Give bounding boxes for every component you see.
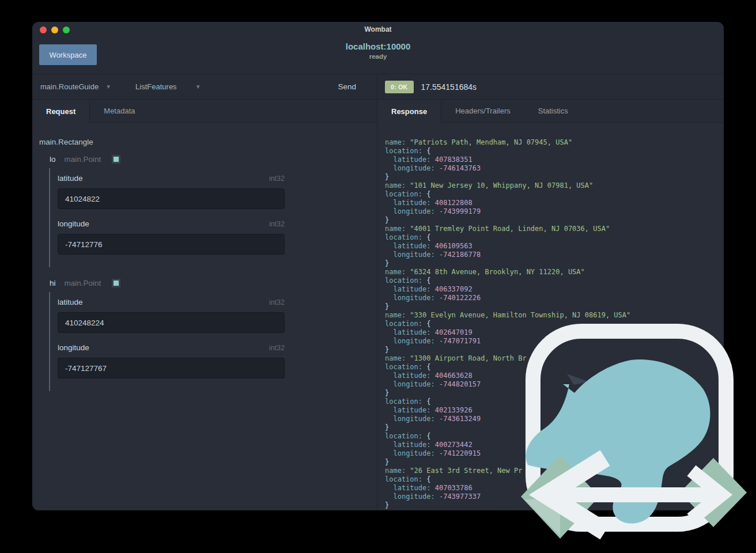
response-line: location: { [385,432,724,441]
enable-checkbox[interactable] [112,279,120,287]
request-tabbar: RequestMetadata [32,100,377,123]
field-label-row: longitudeint32 [58,219,285,228]
response-line: } [385,346,724,354]
response-line: location: { [385,147,724,156]
response-line: } [385,259,724,268]
field-input[interactable]: -74712776 [58,234,285,255]
field-label-row: longitudeint32 [58,343,285,352]
response-line: location: { [385,475,724,484]
field-longitude: longitudeint32-747127767 [58,343,285,378]
method-select[interactable]: ListFeatures ▼ [135,82,201,91]
response-line: } [385,216,724,225]
response-line: longitude: -740122226 [385,294,724,302]
response-line: longitude: -743613249 [385,415,724,423]
form-group-lo: lomain.Pointlatitudeint3241024822longitu… [50,155,377,267]
request-duration: 17.554151684s [421,82,477,92]
field-label: latitude [58,174,83,183]
tab-metadata[interactable]: Metadata [90,100,149,122]
connection-info: localhost:10000 ready [32,41,724,60]
field-input[interactable]: 41024822 [58,188,285,209]
response-line: location: { [385,363,724,372]
field-wire-type: int32 [269,344,285,352]
field-name: lo [50,155,56,164]
tab-headers-trailers[interactable]: Headers/Trailers [441,100,524,122]
response-line: longitude: -747071791 [385,337,724,346]
request-form: main.Rectangle lomain.Pointlatitudeint32… [32,123,377,510]
status-badge: 0: OK [385,81,414,93]
field-label: longitude [58,343,89,352]
method-select-value: ListFeatures [135,82,177,91]
field-latitude: latitudeint32410248224 [58,298,285,333]
field-label: longitude [58,219,89,228]
tab-statistics[interactable]: Statistics [524,100,582,122]
response-line: longitude: -741220915 [385,449,724,458]
response-line: } [385,458,724,467]
response-line: longitude: -742186778 [385,251,724,259]
group-body: latitudeint32410248224longitudeint32-747… [49,292,377,391]
response-line: } [385,423,724,432]
response-panel: 0: OK 17.554151684s ResponseHeaders/Trai… [377,74,724,510]
desktop-background: Wombat Workspace localhost:10000 ready m… [0,0,756,553]
response-line: longitude: -744820157 [385,380,724,389]
field-name: hi [50,279,56,287]
field-type: main.Point [65,279,101,287]
app-window: Wombat Workspace localhost:10000 ready m… [32,22,724,510]
field-longitude: longitudeint32-74712776 [58,219,285,255]
main-split: main.RouteGuide ▼ ListFeatures ▼ Send Re… [32,74,724,510]
titlebar: Wombat [32,22,724,37]
response-line: name: "26 East 3rd Street, New Pr [385,467,724,475]
response-line: latitude: 400273442 [385,441,724,449]
response-line: name: "330 Evelyn Avenue, Hamilton Towns… [385,311,724,320]
response-line: latitude: 407838351 [385,156,724,164]
field-label-row: latitudeint32 [58,174,285,183]
response-line: longitude: -746143763 [385,164,724,173]
response-line: } [385,173,724,181]
response-line: name: " [385,510,724,510]
enable-checkbox[interactable] [112,155,120,164]
response-line: name: "4001 Tremley Point Road, Linden, … [385,225,724,233]
response-line: latitude: 408122808 [385,199,724,207]
request-toolbar: main.RouteGuide ▼ ListFeatures ▼ Send [32,74,377,100]
response-line: name: "Patriots Path, Mendham, NJ 07945,… [385,138,724,147]
window-title: Wombat [32,25,724,33]
response-line: latitude: 407033786 [385,484,724,493]
response-line: name: "6324 8th Avenue, Brooklyn, NY 112… [385,268,724,276]
send-button[interactable]: Send [338,82,356,91]
response-line: } [385,501,724,510]
response-line: location: { [385,397,724,406]
host-address: localhost:10000 [32,41,724,51]
chevron-down-icon: ▼ [105,84,111,90]
field-type: main.Point [65,155,101,164]
field-latitude: latitudeint3241024822 [58,174,285,209]
field-input[interactable]: 410248224 [58,312,285,333]
group-header: lomain.Point [50,155,377,164]
field-wire-type: int32 [269,298,285,306]
form-group-hi: himain.Pointlatitudeint32410248224longit… [50,279,377,391]
group-header: himain.Point [50,279,377,287]
response-line: longitude: -743977337 [385,493,724,501]
response-line: } [385,389,724,397]
response-tabbar: ResponseHeaders/TrailersStatistics [377,100,724,123]
group-body: latitudeint3241024822longitudeint32-7471… [49,168,377,267]
chevron-down-icon: ▼ [195,84,201,90]
field-input[interactable]: -747127767 [58,358,285,378]
tab-request[interactable]: Request [32,100,90,123]
response-line: latitude: 404663628 [385,372,724,380]
service-select[interactable]: main.RouteGuide ▼ [40,82,111,91]
response-line: location: { [385,320,724,328]
response-line: latitude: 406109563 [385,242,724,251]
field-label: latitude [58,298,83,306]
response-line: location: { [385,190,724,199]
response-line: longitude: -743999179 [385,207,724,216]
app-header: Workspace localhost:10000 ready [32,37,724,74]
response-line: name: "1300 Airport Road, North Br [385,354,724,363]
message-type-label: main.Rectangle [39,138,377,146]
service-select-value: main.RouteGuide [40,82,99,91]
field-wire-type: int32 [269,220,285,228]
response-line: latitude: 402647019 [385,328,724,337]
request-panel: main.RouteGuide ▼ ListFeatures ▼ Send Re… [32,74,377,510]
response-line: name: "101 New Jersey 10, Whippany, NJ 0… [385,181,724,190]
response-statusrow: 0: OK 17.554151684s [377,74,724,100]
response-line: } [385,302,724,311]
tab-response[interactable]: Response [377,100,441,123]
